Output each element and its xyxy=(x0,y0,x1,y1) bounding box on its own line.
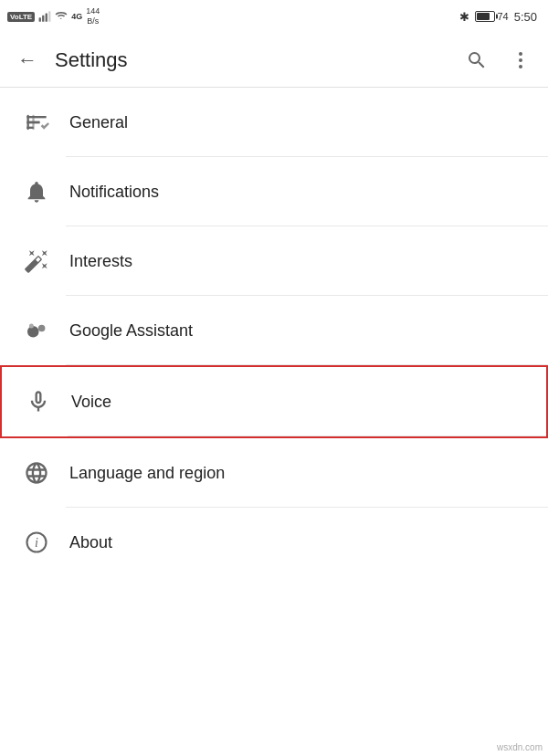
voice-label: Voice xyxy=(71,393,111,412)
svg-rect-3 xyxy=(48,11,50,22)
svg-point-10 xyxy=(38,325,46,332)
battery-percent: 74 xyxy=(497,11,508,22)
svg-point-5 xyxy=(519,58,522,62)
status-left: VoLTE 4G 144B/s xyxy=(7,6,100,26)
interests-icon xyxy=(18,243,55,279)
svg-rect-1 xyxy=(42,16,44,22)
battery-fill xyxy=(477,13,489,20)
settings-item-google-assistant[interactable]: Google Assistant xyxy=(0,296,548,365)
settings-item-language[interactable]: Language and region xyxy=(0,438,548,508)
settings-item-interests[interactable]: Interests xyxy=(0,226,548,296)
svg-point-9 xyxy=(27,326,39,338)
app-bar: ← Settings xyxy=(0,33,548,88)
svg-point-6 xyxy=(519,65,522,68)
signal-icons: 4G xyxy=(38,10,82,23)
general-label: General xyxy=(69,113,128,132)
settings-item-notifications[interactable]: Notifications xyxy=(0,157,548,226)
more-options-button[interactable] xyxy=(501,40,541,80)
language-label: Language and region xyxy=(69,464,225,483)
settings-list: General Notifications Interests xyxy=(0,88,548,577)
settings-item-voice[interactable]: Voice xyxy=(0,365,548,438)
svg-rect-0 xyxy=(39,17,41,22)
bluetooth-icon: ✱ xyxy=(459,10,469,24)
voice-icon xyxy=(20,383,57,420)
general-icon xyxy=(18,104,55,141)
about-icon: i xyxy=(18,524,55,561)
time-display: 5:50 xyxy=(514,10,537,24)
search-button[interactable] xyxy=(457,40,497,80)
notifications-icon xyxy=(18,173,55,210)
google-assistant-icon xyxy=(18,312,55,349)
status-bar: VoLTE 4G 144B/s ✱ 74 5:50 xyxy=(0,0,548,33)
language-icon xyxy=(18,455,55,491)
4g-label: 4G xyxy=(71,12,82,21)
status-right: ✱ 74 5:50 xyxy=(459,10,537,24)
google-assistant-label: Google Assistant xyxy=(69,321,193,341)
settings-item-about[interactable]: i About xyxy=(0,508,548,577)
back-arrow-icon: ← xyxy=(17,48,37,72)
battery-icon xyxy=(475,11,495,22)
notifications-label: Notifications xyxy=(69,183,159,202)
svg-rect-8 xyxy=(32,115,34,130)
data-speed: 144B/s xyxy=(86,6,100,26)
interests-label: Interests xyxy=(69,252,132,271)
search-icon xyxy=(466,49,488,71)
battery-container: 74 xyxy=(475,11,508,22)
app-bar-actions xyxy=(457,40,541,80)
about-label: About xyxy=(69,533,112,552)
volte-badge: VoLTE xyxy=(7,12,35,22)
svg-text:i: i xyxy=(35,536,38,550)
svg-rect-7 xyxy=(27,115,29,130)
settings-item-general[interactable]: General xyxy=(0,88,548,157)
svg-point-4 xyxy=(519,52,522,56)
svg-rect-2 xyxy=(46,14,47,22)
back-button[interactable]: ← xyxy=(7,40,47,80)
page-title: Settings xyxy=(47,48,457,72)
more-vertical-icon xyxy=(510,49,532,71)
svg-point-11 xyxy=(29,324,34,329)
watermark: wsxdn.com xyxy=(497,742,543,752)
